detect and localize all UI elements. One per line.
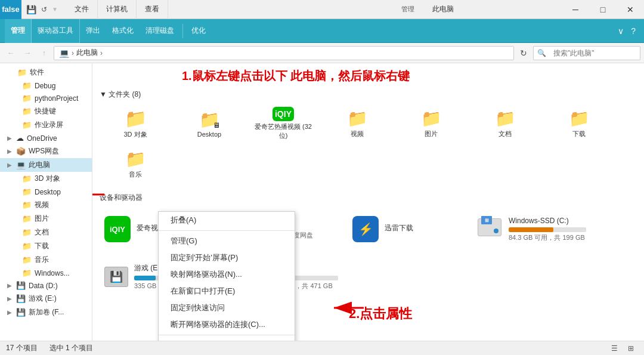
device-e-bar xyxy=(134,276,156,280)
forward-button[interactable]: → xyxy=(20,46,35,60)
ribbon-eject-btn[interactable]: 弹出 xyxy=(80,23,106,38)
item-label: OneDrive xyxy=(27,134,57,143)
ribbon-help-icon[interactable]: ? xyxy=(627,26,639,36)
sidebar-item-文档[interactable]: 📁 文档 xyxy=(0,226,92,239)
quick-dropdown-icon[interactable]: ▼ xyxy=(49,6,60,13)
tab-view[interactable]: 查看 xyxy=(137,0,168,19)
quick-undo-icon[interactable]: ↺ xyxy=(39,5,49,14)
ribbon-divider1 xyxy=(182,24,183,38)
item-label: 文档 xyxy=(35,227,49,237)
sidebar: 📁 软件 📁 Debug 📁 pythonProject 📁 快捷键 📁 作业录… xyxy=(0,63,92,341)
folder-music[interactable]: 📁 音乐 xyxy=(100,145,171,183)
close-button[interactable]: ✕ xyxy=(617,0,644,19)
sidebar-item-Debug[interactable]: 📁 Debug xyxy=(0,79,92,92)
expand-icon: ▶ xyxy=(7,135,12,141)
sidebar-item-游戏(E:)[interactable]: ▶ 💾 游戏 (E:) xyxy=(0,292,92,305)
sidebar-item-音乐[interactable]: 📁 音乐 xyxy=(0,253,92,267)
folder-music-label: 音乐 xyxy=(129,170,142,179)
search-icon: 🔍 xyxy=(534,49,550,57)
item-icon: 📁 xyxy=(22,174,32,183)
folder-video-label: 视频 xyxy=(351,129,364,138)
folder-iqiyi[interactable]: iQIY 爱奇艺热播视频 (32 位) xyxy=(247,104,319,143)
sidebar-item-作业录屏[interactable]: 📁 作业录屏 xyxy=(0,118,92,132)
item-icon: 📁 xyxy=(22,242,32,251)
item-label: Debug xyxy=(35,82,55,90)
sidebar-item-图片[interactable]: 📁 图片 xyxy=(0,212,92,226)
statusbar-selected: 选中 1 个项目 xyxy=(49,343,93,353)
device-iqiyi-icon: iQIY xyxy=(104,216,131,242)
device-xunlei-name: 迅雷下载 xyxy=(385,223,462,233)
sidebar-item-WPS网盘[interactable]: ▶ 📦 WPS网盘 xyxy=(0,144,92,158)
quick-save-icon[interactable]: 💾 xyxy=(24,5,39,14)
context-menu: 折叠(A)管理(G)固定到'开始'屏幕(P)映射网络驱动器(N)...在新窗口中… xyxy=(158,211,295,341)
sidebar-item-快捷键[interactable]: 📁 快捷键 xyxy=(0,104,92,118)
sidebar-item-OneDrive[interactable]: ▶ ☁ OneDrive xyxy=(0,132,92,144)
ctx-item-添加一个网格位置L[interactable]: 添加一个网格位置(L) xyxy=(159,337,295,341)
folder-pic[interactable]: 📁 图片 xyxy=(395,104,467,143)
maximize-button[interactable]: □ xyxy=(589,0,617,19)
expand-icon: ▶ xyxy=(7,295,12,302)
sidebar-item-Desktop[interactable]: 📁 Desktop xyxy=(0,186,92,198)
back-button[interactable]: ← xyxy=(4,46,18,60)
ctx-separator xyxy=(159,230,295,231)
ribbon-format-btn[interactable]: 格式化 xyxy=(106,23,140,38)
folder-doc-icon: 📁 xyxy=(495,109,516,128)
sidebar-item-Windows...[interactable]: 📁 Windows... xyxy=(0,267,92,279)
view-grid-button[interactable]: ⊞ xyxy=(624,342,638,354)
main-container: 📁 软件 📁 Debug 📁 pythonProject 📁 快捷键 📁 作业录… xyxy=(0,63,644,341)
search-box: 🔍 xyxy=(533,46,640,60)
item-label: 图片 xyxy=(35,214,49,224)
device-c-name: Windows-SSD (C:) xyxy=(509,217,586,225)
folder-3d[interactable]: 📁 3D 对象 xyxy=(100,104,171,143)
folder-video-icon: 📁 xyxy=(347,109,368,128)
view-list-button[interactable]: ☰ xyxy=(607,342,621,354)
ctx-item-管理G[interactable]: 管理(G) xyxy=(159,233,295,249)
refresh-button[interactable]: ↻ xyxy=(516,48,531,58)
sidebar-item-此电脑[interactable]: ▶ 💻 此电脑 xyxy=(0,158,92,172)
folders-header: ▼ 文件夹 (8) xyxy=(100,89,637,100)
minimize-button[interactable]: ─ xyxy=(562,0,589,19)
folder-download[interactable]: 📁 下载 xyxy=(543,104,615,143)
ctx-item-固定到'开始'屏幕P[interactable]: 固定到'开始'屏幕(P) xyxy=(159,249,295,266)
search-input[interactable] xyxy=(550,49,644,57)
device-c[interactable]: ⊞ Windows-SSD (C:) 84.3 GB 可用，共 199 GB xyxy=(472,208,591,251)
ctx-item-映射网络驱动器N...[interactable]: 映射网络驱动器(N)... xyxy=(159,266,295,283)
device-xunlei[interactable]: ⚡ 迅雷下载 xyxy=(348,208,467,251)
folder-video[interactable]: 📁 视频 xyxy=(321,104,393,143)
device-xunlei-info: 迅雷下载 xyxy=(385,223,462,236)
item-icon: 📁 xyxy=(22,255,32,264)
up-button[interactable]: ↑ xyxy=(37,46,51,60)
item-icon: 💾 xyxy=(16,308,26,317)
device-xunlei-icon: ⚡ xyxy=(352,216,379,242)
tab-computer[interactable]: 计算机 xyxy=(98,0,137,19)
folder-desktop[interactable]: 📁 🖥 Desktop xyxy=(174,104,245,143)
ctx-item-折叠A[interactable]: 折叠(A) xyxy=(159,212,295,229)
folder-3d-icon: 📁 xyxy=(125,108,147,129)
item-label: 软件 xyxy=(30,67,44,78)
ctx-item-在新窗口中打开E[interactable]: 在新窗口中打开(E) xyxy=(159,283,295,300)
sidebar-item-视频[interactable]: 📁 视频 xyxy=(0,198,92,212)
item-label: WPS网盘 xyxy=(29,146,59,156)
folders-section: ▼ 文件夹 (8) 📁 3D 对象 📁 🖥 Desktop xyxy=(100,89,637,183)
tab-file[interactable]: 文件 xyxy=(66,0,98,19)
ribbon-collapse-icon[interactable]: ∨ xyxy=(614,26,627,36)
sidebar-item-新加卷(F...[interactable]: ▶ 💾 新加卷 (F... xyxy=(0,305,92,319)
device-e-icon: 💾 xyxy=(104,267,128,287)
expand-icon: ▶ xyxy=(7,309,12,316)
sidebar-item-下载[interactable]: 📁 下载 xyxy=(0,239,92,253)
ribbon-optimize-btn[interactable]: 优化 xyxy=(185,23,212,38)
ribbon-cleanup-btn[interactable]: 清理磁盘 xyxy=(140,23,180,38)
sidebar-item-3D对象[interactable]: 📁 3D 对象 xyxy=(0,172,92,186)
address-path[interactable]: 💻 › 此电脑 › xyxy=(54,46,514,60)
folder-download-label: 下载 xyxy=(572,129,586,138)
sidebar-item-pythonProject[interactable]: 📁 pythonProject xyxy=(0,92,92,104)
device-c-bar-bg xyxy=(509,227,586,232)
item-label: Data (D:) xyxy=(29,282,58,290)
folder-doc[interactable]: 📁 文档 xyxy=(469,104,541,143)
item-label: Desktop xyxy=(35,188,61,196)
sidebar-item-软件[interactable]: 📁 软件 xyxy=(0,66,92,79)
content-area: 1.鼠标左键点击以下 此电脑，然后鼠标右键 ▼ 文件夹 (8) 📁 3D 对象 xyxy=(92,63,644,341)
ctx-item-断开网络驱动器的连接C...[interactable]: 断开网络驱动器的连接(C)... xyxy=(159,316,295,333)
ctx-item-固定到快速访问[interactable]: 固定到快速访问 xyxy=(159,300,295,316)
sidebar-item-Data(D:)[interactable]: ▶ 💾 Data (D:) xyxy=(0,279,92,292)
